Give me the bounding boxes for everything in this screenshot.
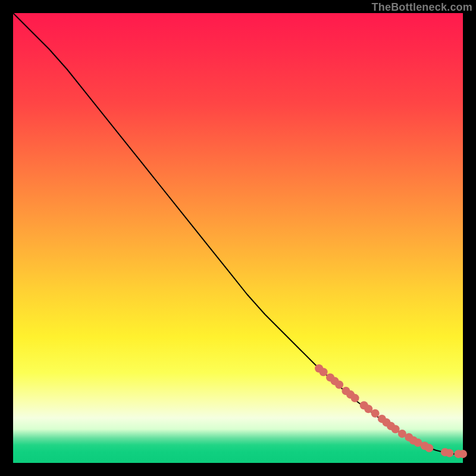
marker-point — [445, 449, 453, 457]
watermark-text: TheBottleneck.com — [372, 1, 472, 14]
marker-point — [335, 381, 343, 389]
marker-point — [371, 409, 380, 418]
plot-area — [13, 13, 463, 463]
marker-point — [459, 450, 467, 458]
marker-point — [364, 405, 372, 413]
marker-point — [351, 394, 359, 402]
chart-svg — [13, 13, 463, 463]
chart-stage: TheBottleneck.com — [0, 0, 476, 476]
markers-group — [315, 364, 467, 458]
marker-point — [320, 368, 328, 376]
marker-point — [425, 444, 433, 452]
curve-path — [13, 13, 463, 454]
